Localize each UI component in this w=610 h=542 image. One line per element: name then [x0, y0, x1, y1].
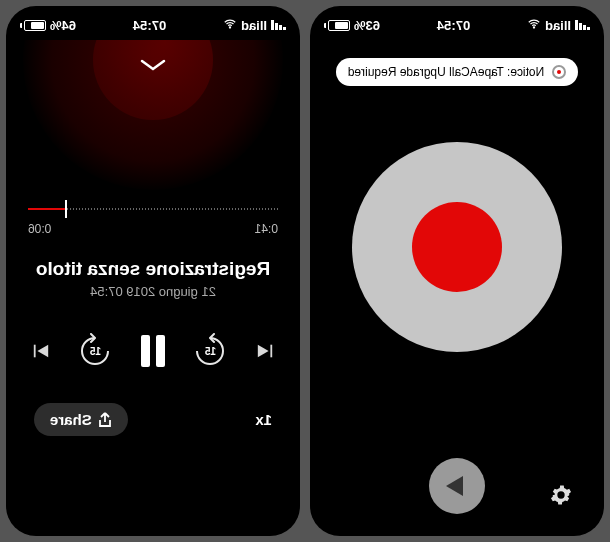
- record-dot-icon: [552, 65, 566, 79]
- share-label: Share: [50, 411, 92, 428]
- signal-icon: [271, 20, 286, 30]
- recording-date: 21 giugno 2019 07:54: [6, 284, 300, 299]
- play-button[interactable]: [429, 458, 485, 514]
- clock: 07:54: [133, 18, 166, 33]
- recording-title: Registrazione senza titolo: [6, 258, 300, 280]
- recorder-screen: Iliad 07:54 63% Notice: TapeACall Upgrad…: [310, 6, 604, 536]
- prev-track-button[interactable]: [256, 342, 274, 360]
- settings-button[interactable]: [550, 484, 572, 510]
- scrubber[interactable]: 0:41 0:06: [6, 200, 300, 236]
- forward-15-button[interactable]: 15: [78, 333, 114, 369]
- signal-icon: [575, 20, 590, 30]
- player-screen: Iliad 07:54 64% 0:41 0:06: [6, 6, 300, 536]
- record-indicator-icon: [412, 202, 502, 292]
- track-thumb: [66, 200, 68, 218]
- battery-icon: [20, 20, 46, 31]
- playback-speed-button[interactable]: 1x: [255, 411, 272, 428]
- notice-text: Notice: TapeACall Upgrade Required: [348, 65, 545, 79]
- battery-icon: [324, 20, 350, 31]
- upgrade-notice[interactable]: Notice: TapeACall Upgrade Required: [336, 58, 579, 86]
- wifi-icon: [527, 17, 541, 34]
- chevron-down-icon[interactable]: [138, 56, 168, 78]
- share-button[interactable]: Share: [34, 403, 128, 436]
- rewind-seconds: 15: [205, 346, 216, 357]
- time-elapsed: 0:06: [28, 222, 51, 236]
- carrier-label: Iliad: [545, 18, 571, 33]
- clock: 07:54: [437, 18, 470, 33]
- svg-point-3: [533, 26, 534, 27]
- svg-rect-1: [270, 345, 272, 358]
- record-button[interactable]: [352, 142, 562, 352]
- battery-fill: [31, 22, 44, 29]
- pause-button[interactable]: [141, 335, 165, 367]
- rewind-15-button[interactable]: 15: [193, 333, 229, 369]
- status-bar: Iliad 07:54 64%: [6, 10, 300, 40]
- battery-pct: 63%: [354, 18, 380, 33]
- wifi-icon: [223, 17, 237, 34]
- cover-art-area: [6, 40, 300, 200]
- forward-seconds: 15: [90, 346, 101, 357]
- battery-fill: [335, 22, 348, 29]
- next-track-button[interactable]: [32, 342, 50, 360]
- carrier-label: Iliad: [241, 18, 267, 33]
- battery-pct: 64%: [50, 18, 76, 33]
- track-played: [28, 208, 66, 210]
- svg-point-0: [229, 26, 230, 27]
- status-bar: Iliad 07:54 63%: [310, 10, 604, 40]
- svg-rect-2: [34, 345, 36, 358]
- time-total: 0:41: [255, 222, 278, 236]
